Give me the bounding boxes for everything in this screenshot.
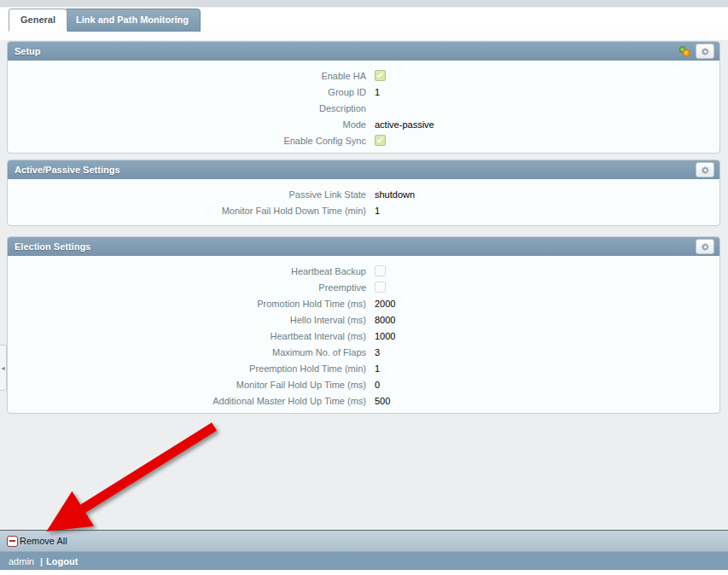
gear-icon[interactable] (696, 162, 714, 177)
logout-link[interactable]: Logout (46, 556, 78, 566)
section-setup: SetupEnable HAGroup ID1DescriptionModeac… (7, 41, 720, 154)
field-row-enable-config-sync: Enable Config Sync (8, 132, 719, 148)
field-value: 500 (375, 396, 390, 406)
section-title: Setup (15, 46, 41, 56)
ha-config-screen: GeneralLink and Path Monitoring SetupEna… (0, 0, 728, 575)
field-row-heartbeat-backup: Heartbeat Backup (8, 263, 719, 279)
section-header: Election Settings (8, 237, 719, 256)
field-value: 1 (375, 363, 380, 374)
field-value: 3 (375, 347, 380, 357)
field-label: Description (8, 103, 366, 113)
chevron-left-icon: ◄ (0, 365, 6, 371)
field-label: Group ID (8, 87, 366, 97)
tab-general[interactable]: General (9, 9, 67, 32)
section-body: Passive Link StateshutdownMonitor Fail H… (8, 179, 719, 218)
top-edge-strip (0, 0, 728, 8)
field-row-promotion-hold-time-ms: Promotion Hold Time (ms)2000 (8, 295, 719, 311)
field-label: Additional Master Hold Up Time (ms) (8, 396, 366, 406)
section-header: Active/Passive Settings (8, 160, 719, 179)
field-value (375, 265, 386, 276)
field-row-preemption-hold-time-min: Preemption Hold Time (min)1 (8, 360, 719, 376)
field-value: active-passive (375, 119, 434, 130)
field-label: Promotion Hold Time (ms) (8, 299, 366, 309)
remove-all-bar: Remove All (0, 530, 728, 551)
field-value: 1 (375, 87, 380, 97)
field-label: Hello Interval (ms) (8, 315, 366, 325)
field-label: Monitor Fail Hold Down Time (min) (8, 206, 366, 216)
field-row-description: Description (8, 100, 719, 116)
footer-separator: | (40, 556, 43, 566)
field-label: Monitor Fail Hold Up Time (ms) (8, 380, 366, 390)
field-row-group-id: Group ID1 (8, 84, 719, 100)
field-value: 1 (375, 206, 380, 216)
field-label: Enable HA (8, 71, 366, 81)
field-label: Heartbeat Backup (8, 266, 366, 276)
field-row-maximum-no-of-flaps: Maximum No. of Flaps3 (8, 344, 719, 360)
section-title: Active/Passive Settings (15, 165, 120, 175)
sync-icon[interactable] (677, 44, 692, 58)
gear-icon[interactable] (696, 44, 714, 59)
unchecked-checkbox[interactable] (375, 265, 386, 276)
remove-all-label[interactable]: Remove All (20, 536, 67, 546)
username: admin (9, 556, 34, 566)
section-header-icons (696, 239, 714, 254)
field-value (375, 282, 386, 293)
field-label: Maximum No. of Flaps (8, 347, 366, 357)
field-value: 0 (375, 380, 380, 390)
section-election-settings: Election SettingsHeartbeat BackupPreempt… (7, 236, 720, 414)
section-active-passive-settings: Active/Passive SettingsPassive Link Stat… (7, 160, 720, 226)
field-value: shutdown (375, 189, 415, 200)
tab-bar: GeneralLink and Path Monitoring (0, 8, 728, 31)
footer-bar: admin | Logout (0, 551, 728, 570)
field-value: 2000 (375, 299, 395, 309)
checked-checkbox[interactable] (375, 70, 386, 81)
gear-icon[interactable] (696, 239, 714, 254)
field-label: Heartbeat Interval (ms) (8, 331, 366, 341)
field-value (375, 70, 386, 81)
field-row-monitor-fail-hold-up-time-ms: Monitor Fail Hold Up Time (ms)0 (8, 376, 719, 392)
field-label: Passive Link State (8, 189, 366, 200)
field-label: Enable Config Sync (8, 136, 366, 146)
section-title: Election Settings (15, 241, 90, 252)
field-label: Preemptive (8, 282, 366, 293)
field-row-passive-link-state: Passive Link Stateshutdown (8, 186, 719, 202)
field-row-preemptive: Preemptive (8, 279, 719, 295)
section-header-icons (696, 162, 714, 177)
field-label: Preemption Hold Time (min) (8, 363, 366, 374)
field-value: 1000 (375, 331, 395, 341)
field-row-monitor-fail-hold-down-time-min: Monitor Fail Hold Down Time (min)1 (8, 202, 719, 218)
field-value (375, 135, 386, 146)
section-header: Setup (8, 42, 719, 61)
field-label: Mode (8, 119, 366, 130)
field-row-hello-interval-ms: Hello Interval (ms)8000 (8, 311, 719, 328)
remove-all-minus-icon[interactable] (7, 536, 18, 547)
field-row-heartbeat-interval-ms: Heartbeat Interval (ms)1000 (8, 328, 719, 344)
field-row-mode: Modeactive-passive (8, 116, 719, 132)
section-body: Enable HAGroup ID1DescriptionModeactive-… (8, 61, 719, 148)
unchecked-checkbox[interactable] (375, 282, 386, 293)
tab-link-and-path-monitoring[interactable]: Link and Path Monitoring (64, 9, 201, 32)
section-header-icons (677, 44, 714, 59)
field-row-additional-master-hold-up-time-ms: Additional Master Hold Up Time (ms)500 (8, 392, 719, 409)
section-body: Heartbeat BackupPreemptivePromotion Hold… (8, 256, 719, 409)
sidebar-collapse-handle[interactable]: ◄ (0, 345, 7, 391)
field-value: 8000 (375, 315, 395, 325)
content-area: SetupEnable HAGroup ID1DescriptionModeac… (0, 31, 728, 530)
content-top-strip (0, 31, 728, 40)
field-row-enable-ha: Enable HA (8, 67, 719, 84)
checked-checkbox[interactable] (375, 135, 386, 146)
